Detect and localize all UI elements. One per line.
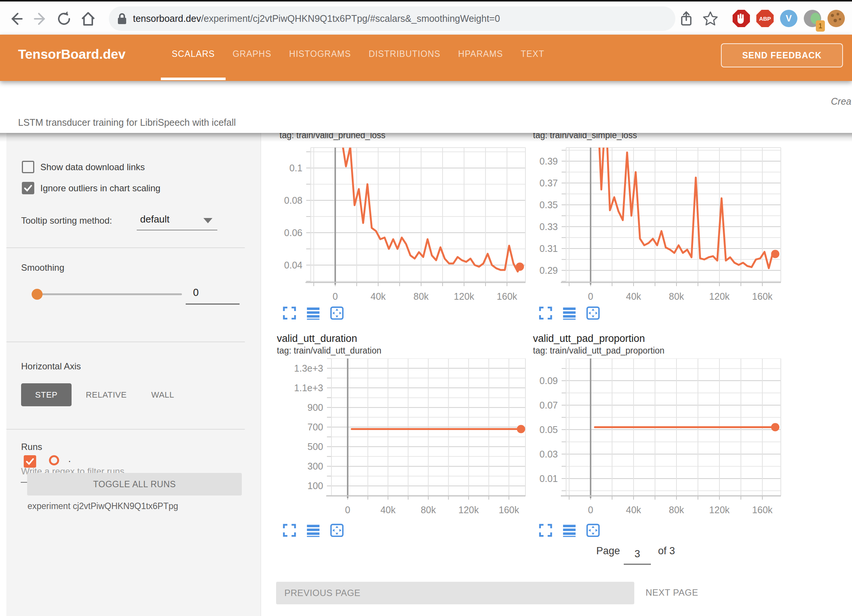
- svg-text:0.09: 0.09: [539, 375, 558, 386]
- url-text: tensorboard.dev/experiment/cj2vtPiwQHKN9…: [133, 13, 500, 24]
- fit-domain-icon[interactable]: [586, 306, 600, 320]
- axis-step-button[interactable]: STEP: [21, 383, 72, 406]
- abp-extension-icon[interactable]: ABP: [756, 10, 774, 28]
- chart4-toolbar: [539, 523, 600, 537]
- chart-valid-pruned-loss[interactable]: 0.040.060.080.1040k80k120k160k: [264, 140, 535, 308]
- runs-list-icon[interactable]: [306, 523, 320, 537]
- svg-text:0.39: 0.39: [539, 156, 558, 166]
- share-icon[interactable]: [678, 11, 695, 27]
- stop-hand-extension-icon[interactable]: [733, 10, 751, 28]
- svg-text:1.1e+3: 1.1e+3: [294, 383, 323, 393]
- chart2-toolbar: [539, 306, 600, 320]
- svg-text:160k: 160k: [499, 505, 519, 515]
- profile-avatar[interactable]: 1: [804, 10, 822, 28]
- reload-icon[interactable]: [56, 11, 72, 27]
- svg-text:0.07: 0.07: [539, 400, 558, 410]
- page-number-input[interactable]: 3: [624, 548, 651, 565]
- svg-text:0.29: 0.29: [539, 265, 558, 276]
- back-icon[interactable]: [8, 11, 24, 27]
- tab-histograms[interactable]: HISTOGRAMS: [289, 49, 351, 59]
- svg-text:500: 500: [307, 441, 323, 452]
- axis-relative-button[interactable]: RELATIVE: [84, 383, 128, 406]
- svg-text:0.03: 0.03: [539, 449, 558, 459]
- runs-list-icon[interactable]: [562, 306, 576, 320]
- previous-page-button[interactable]: PREVIOUS PAGE: [276, 582, 634, 604]
- bookmark-star-icon[interactable]: [702, 11, 719, 27]
- svg-text:900: 900: [307, 402, 323, 413]
- fullscreen-icon[interactable]: [539, 306, 553, 320]
- home-icon[interactable]: [80, 11, 96, 27]
- experiment-title: LSTM transducer training for LibriSpeech…: [18, 117, 236, 128]
- show-download-label: Show data download links: [40, 162, 145, 172]
- svg-text:160k: 160k: [752, 291, 773, 302]
- forward-icon[interactable]: [32, 11, 49, 27]
- svg-text:0.01: 0.01: [539, 473, 558, 484]
- runs-label: Runs: [21, 442, 42, 452]
- browser-chrome: tensorboard.dev/experiment/cj2vtPiwQHKN9…: [0, 0, 852, 35]
- app-logo[interactable]: TensorBoard.dev: [18, 47, 125, 62]
- axis-wall-button[interactable]: WALL: [147, 383, 179, 406]
- app-header: TensorBoard.dev SCALARS GRAPHS HISTOGRAM…: [0, 35, 852, 81]
- svg-text:160k: 160k: [752, 505, 773, 515]
- svg-text:0.37: 0.37: [539, 178, 558, 188]
- chart-valid-simple-loss[interactable]: 0.290.310.330.350.370.39040k80k120k160k: [520, 140, 791, 308]
- profile-badge: 1: [816, 20, 825, 32]
- send-feedback-button[interactable]: SEND FEEDBACK: [721, 43, 843, 67]
- smoothing-slider-track[interactable]: [32, 293, 182, 295]
- screenshot-root: tensorboard.dev/experiment/cj2vtPiwQHKN9…: [0, 0, 852, 616]
- svg-text:1.3e+3: 1.3e+3: [294, 363, 323, 374]
- fit-domain-icon[interactable]: [330, 306, 344, 320]
- divider: [6, 247, 245, 248]
- runs-list-icon[interactable]: [562, 523, 576, 537]
- tab-hparams[interactable]: HPARAMS: [458, 49, 503, 59]
- page-of-label: of 3: [658, 545, 675, 557]
- svg-text:300: 300: [307, 461, 323, 471]
- experiment-id-label: experiment cj2vtPiwQHKN9Q1tx6PTpg: [27, 501, 178, 511]
- divider: [6, 342, 245, 342]
- tab-text[interactable]: TEXT: [521, 49, 544, 59]
- settings-sidebar: Show data download links Ignore outliers…: [6, 133, 261, 616]
- chart-valid-utt-pad-proportion[interactable]: 0.010.030.050.070.09040k80k120k160k: [520, 358, 791, 524]
- next-page-button[interactable]: NEXT PAGE: [646, 587, 698, 598]
- svg-text:0.08: 0.08: [284, 195, 302, 206]
- svg-text:0: 0: [333, 291, 338, 302]
- svg-text:0.06: 0.06: [284, 227, 302, 238]
- tooltip-sort-dropdown[interactable]: default: [140, 213, 169, 225]
- main-nav: SCALARS GRAPHS HISTOGRAMS DISTRIBUTIONS …: [172, 49, 544, 59]
- smoothing-label: Smoothing: [21, 262, 64, 273]
- ignore-outliers-label: Ignore outliers in chart scaling: [40, 183, 160, 194]
- run-checkbox[interactable]: [24, 455, 36, 468]
- show-download-checkbox[interactable]: [22, 161, 34, 173]
- smoothing-value-input[interactable]: 0: [188, 287, 203, 299]
- svg-text:160k: 160k: [497, 291, 518, 302]
- fullscreen-icon[interactable]: [282, 306, 296, 320]
- fit-domain-icon[interactable]: [330, 523, 344, 537]
- toggle-all-runs-button[interactable]: TOGGLE ALL RUNS: [27, 473, 242, 496]
- tab-distributions[interactable]: DISTRIBUTIONS: [369, 49, 441, 59]
- chevron-down-icon[interactable]: [203, 218, 212, 223]
- ignore-outliers-checkbox[interactable]: [22, 182, 34, 194]
- svg-text:80k: 80k: [414, 291, 429, 302]
- fullscreen-icon[interactable]: [539, 523, 553, 537]
- lock-icon: [117, 13, 127, 25]
- tooltip-sort-label: Tooltip sorting method:: [21, 215, 112, 226]
- v-extension-icon[interactable]: V: [780, 10, 798, 28]
- url-bar[interactable]: tensorboard.dev/experiment/cj2vtPiwQHKN9…: [109, 6, 675, 31]
- smoothing-slider-thumb[interactable]: [32, 289, 43, 300]
- fit-domain-icon[interactable]: [586, 523, 600, 537]
- active-tab-underline: [161, 78, 226, 80]
- svg-text:120k: 120k: [458, 505, 479, 515]
- svg-text:40k: 40k: [626, 291, 641, 302]
- chart3-toolbar: [282, 523, 344, 537]
- svg-text:40k: 40k: [380, 505, 396, 515]
- runs-list-icon[interactable]: [306, 306, 320, 320]
- fullscreen-icon[interactable]: [282, 523, 296, 537]
- svg-text:120k: 120k: [709, 505, 730, 515]
- chart4-title: valid_utt_pad_proportion: [533, 333, 645, 345]
- chart-valid-utt-duration[interactable]: 1003005007009001.1e+31.3e+3040k80k120k16…: [264, 358, 535, 524]
- tab-scalars[interactable]: SCALARS: [172, 49, 215, 59]
- svg-text:0: 0: [345, 505, 350, 515]
- chart3-title: valid_utt_duration: [277, 333, 357, 345]
- tab-graphs[interactable]: GRAPHS: [232, 49, 271, 59]
- cookie-extension-icon[interactable]: [828, 10, 846, 28]
